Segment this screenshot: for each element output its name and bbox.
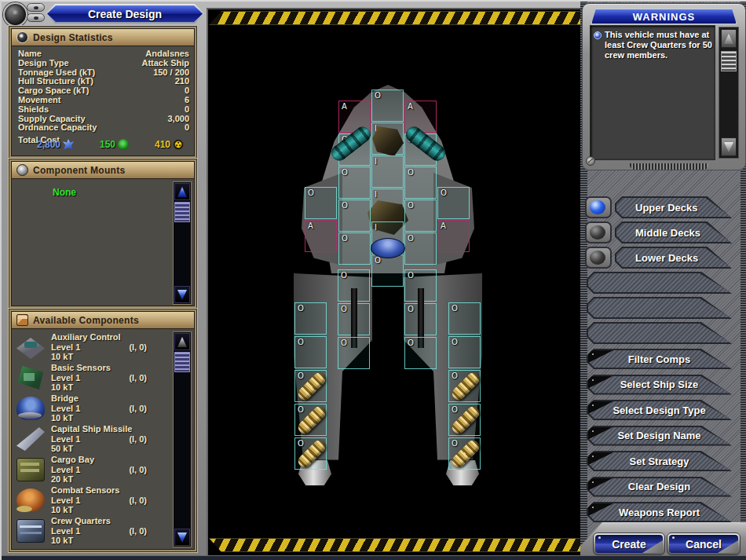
ship-slot-slot[interactable]: O xyxy=(437,187,470,219)
ship-slot-slot[interactable]: O xyxy=(371,254,404,287)
ship-slot-slot[interactable]: O xyxy=(448,336,481,368)
mounts-scroll-up-icon[interactable] xyxy=(174,183,190,200)
deck-led-lower-decks[interactable] xyxy=(585,247,612,269)
available-components-panel: Available Components Auxiliary ControlLe… xyxy=(11,311,195,550)
components-scroll-up-icon[interactable] xyxy=(174,333,190,350)
basic-sensors-icon xyxy=(16,366,45,390)
component-name: Auxiliary Control xyxy=(51,332,121,342)
window-bottom-edge xyxy=(2,555,746,560)
hazard-stripe-bottom xyxy=(209,538,583,552)
component-name: Crew Quarters xyxy=(51,516,111,526)
ship-slot-slot[interactable]: I xyxy=(371,188,404,221)
component-size: 10 kT xyxy=(51,505,119,514)
component-item-crew-quarters[interactable]: Crew QuartersLevel 110 kT(I, 0) xyxy=(12,516,174,547)
stat-row: Movement6 xyxy=(12,96,194,105)
component-cube-icon xyxy=(16,314,28,326)
ship-slot-slot[interactable]: O xyxy=(404,337,437,369)
create-button[interactable]: Create xyxy=(593,533,665,555)
warnings-panel: WARNINGS This vehicle must have at least… xyxy=(582,3,746,170)
slot-label: O xyxy=(375,91,381,100)
slot-label: O xyxy=(408,168,414,177)
ship-slot-slot[interactable]: O xyxy=(338,232,371,265)
component-item-cargo-bay[interactable]: Cargo BayLevel 120 kT(I, 0) xyxy=(12,455,174,485)
combat-sensors-icon xyxy=(16,489,45,512)
ship-slot-slot[interactable]: O xyxy=(294,302,327,335)
component-item-basic-sensors[interactable]: Basic SensorsLevel 110 kT(I, 0) xyxy=(12,363,174,393)
slot-label: O xyxy=(408,339,414,347)
machine-a-sprite xyxy=(372,126,404,156)
components-scroll-down-icon[interactable] xyxy=(174,529,190,546)
ship-slot-slot[interactable]: O xyxy=(305,187,337,219)
bridge-icon xyxy=(16,397,45,420)
ship-slot-slot[interactable]: O xyxy=(404,167,437,199)
slot-label: O xyxy=(441,188,447,197)
ship-slot-slot[interactable]: O xyxy=(338,199,371,232)
slot-label: O xyxy=(452,439,458,448)
organics-icon xyxy=(118,139,129,150)
stat-row: Ordnance Capacity0 xyxy=(12,123,194,133)
component-item-combat-sensors[interactable]: Combat SensorsLevel 110 kT(I, 0) xyxy=(12,485,174,516)
create-design-window: Create Design Design Statistics NameAnda… xyxy=(0,0,746,560)
ship-slot-armor[interactable]: A xyxy=(437,220,470,252)
deck-led-middle-decks[interactable] xyxy=(585,221,612,243)
ship-slot-slot[interactable]: O xyxy=(338,337,370,369)
stat-row: Design TypeAttack Ship xyxy=(12,59,194,68)
mounts-empty-label: None xyxy=(53,187,76,198)
ship-slot-slot[interactable]: O xyxy=(404,303,437,335)
slot-label: I xyxy=(375,190,377,199)
ship-slot-slot[interactable]: O xyxy=(404,232,437,265)
panel-vent-detail xyxy=(630,163,708,170)
slot-label: O xyxy=(452,304,458,313)
help-pill-button[interactable] xyxy=(27,13,45,22)
slot-label: O xyxy=(452,372,458,380)
component-item-bridge[interactable]: BridgeLevel 110 kT(I, 0) xyxy=(12,393,174,424)
ship-slot-slot[interactable]: O xyxy=(448,370,481,402)
crew-quarters-icon xyxy=(16,519,45,543)
ship-slot-slot[interactable]: O xyxy=(294,404,327,436)
ship-slot-slot[interactable]: O xyxy=(338,134,371,166)
ship-slot-slot[interactable]: O xyxy=(338,303,370,335)
ship-slot-slot[interactable]: O xyxy=(448,437,481,470)
ship-slot-slot[interactable]: O xyxy=(371,90,404,122)
available-components-header: Available Components xyxy=(12,312,194,329)
ship-slot-slot[interactable]: O xyxy=(448,404,481,436)
ship-slot-slot[interactable]: O xyxy=(404,134,437,166)
ship-slot-slot[interactable]: O xyxy=(448,302,481,335)
warnings-scroll-thumb[interactable] xyxy=(721,51,737,71)
slot-label: I xyxy=(375,157,377,166)
component-item-auxiliary-control[interactable]: Auxiliary ControlLevel 110 kT(I, 0) xyxy=(12,332,174,363)
warnings-scroll-up-icon[interactable] xyxy=(721,29,737,48)
deck-led-light xyxy=(590,251,605,265)
component-name: Bridge xyxy=(51,393,80,404)
slot-label: O xyxy=(408,234,414,243)
component-slot-info: (I, 0) xyxy=(129,526,147,536)
cancel-button[interactable]: Cancel xyxy=(667,533,741,555)
mounts-scroll-down-icon[interactable] xyxy=(174,286,190,303)
ship-slot-slot[interactable]: I xyxy=(371,156,404,188)
warnings-scroll-down-icon[interactable] xyxy=(721,137,737,156)
ship-slot-slot[interactable]: O xyxy=(294,370,327,402)
slot-label: A xyxy=(441,221,446,230)
ship-slot-slot[interactable]: O xyxy=(338,167,371,199)
deck-led-upper-decks[interactable] xyxy=(585,196,612,218)
ship-slot-slot[interactable]: O xyxy=(404,199,437,232)
menu-orb-icon[interactable] xyxy=(3,2,27,27)
footer-bar: Create Cancel xyxy=(580,522,746,556)
ship-slot-armor[interactable]: A xyxy=(305,220,337,252)
component-size: 10 kT xyxy=(51,413,80,423)
mounts-scroll-thumb[interactable] xyxy=(174,202,190,222)
ship-slot-slot[interactable]: O xyxy=(294,336,327,368)
components-scroll-thumb[interactable] xyxy=(174,352,190,372)
total-cost-row: 2,800 150 410☢ xyxy=(12,139,194,152)
slot-label: I xyxy=(375,223,377,232)
minimize-pill-button[interactable] xyxy=(27,3,45,12)
ship-slot-slot[interactable]: I xyxy=(371,123,404,155)
design-statistics-panel: Design Statistics NameAndalsnesDesign Ty… xyxy=(11,28,195,156)
component-slot-info: (I, 0) xyxy=(129,434,147,444)
slot-label: O xyxy=(452,338,458,346)
component-slot-info: (I, 0) xyxy=(129,373,147,382)
component-item-capital-ship-missile[interactable]: Capital Ship MissileLevel 150 kT(I, 0) xyxy=(12,424,174,455)
ship-slot-slot[interactable]: O xyxy=(294,437,327,470)
organic-cost: 150 xyxy=(100,139,129,150)
component-level: Level 1 xyxy=(51,496,119,505)
